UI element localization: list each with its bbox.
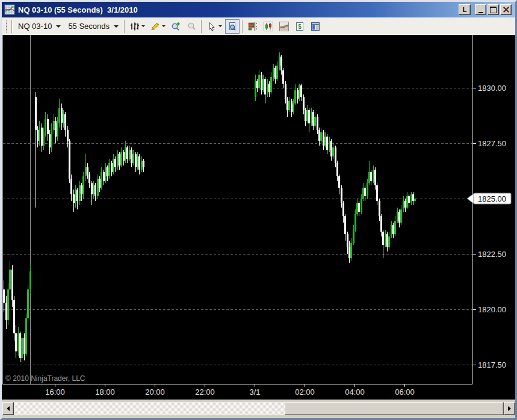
bar-body (19, 333, 21, 357)
svg-text:$: $ (298, 23, 302, 29)
bar-body (404, 201, 406, 208)
bar-body (137, 156, 138, 167)
bar-body (47, 119, 49, 135)
price-tick-label: 1820.00 (478, 305, 506, 314)
price-axis[interactable]: 1830.001827.501825.001822.501820.001817.… (472, 84, 506, 369)
zoom-in-button[interactable] (169, 19, 183, 34)
bar-body (126, 147, 128, 158)
bar-body (335, 147, 336, 163)
cursor-mode-button[interactable] (205, 19, 224, 34)
bar-body (129, 150, 131, 159)
bar-body (406, 196, 408, 207)
chart-plot[interactable]: 1830.001827.501825.001822.501820.001817.… (2, 35, 515, 400)
chevron-down-icon (114, 25, 119, 28)
market-analyzer-button[interactable] (246, 19, 260, 34)
time-tick-label: 3/1 (249, 388, 260, 397)
bar-body (288, 101, 290, 110)
bar-body (353, 230, 354, 243)
interval-dropdown[interactable]: 55 Seconds (64, 19, 122, 34)
bar-body (342, 203, 344, 216)
bar-body (107, 167, 108, 176)
bar-body (15, 333, 17, 351)
toolbar-separator (242, 20, 243, 33)
candlestick-chart-button[interactable] (261, 19, 276, 34)
scroll-right-button[interactable] (504, 402, 515, 415)
time-axis[interactable]: 16:0018:0020:0022:003/102:0004:0006:00 (45, 384, 415, 397)
bar-body (111, 163, 113, 172)
scroll-left-button[interactable] (2, 402, 14, 415)
bar-body (273, 68, 274, 77)
chevron-down-icon (162, 25, 166, 27)
bar-body (388, 236, 390, 247)
chart-style-icon (130, 22, 140, 31)
bar-body (39, 128, 40, 141)
bar-body (350, 243, 352, 259)
toolbar-grip-handle[interactable] (5, 20, 8, 32)
chart-toolbar: NQ 03-10 55 Seconds (2, 17, 515, 35)
bar-body (94, 185, 96, 196)
bar-body (354, 214, 356, 230)
bar-body (358, 203, 360, 212)
plot-frame (2, 35, 473, 384)
bar-body (348, 247, 350, 258)
arrow-left-icon (7, 406, 10, 411)
arrow-right-icon (508, 406, 511, 411)
bar-body (299, 85, 300, 99)
chart-style-button[interactable] (128, 19, 147, 34)
data-box-button[interactable] (225, 19, 240, 34)
bar-body (285, 84, 286, 99)
bar-body (297, 90, 299, 99)
time-tick-label: 16:00 (45, 388, 65, 397)
price-bars (3, 52, 416, 362)
chevron-down-icon (141, 25, 145, 27)
bar-body (35, 97, 37, 130)
bar-body (364, 188, 366, 197)
bar-body (392, 225, 394, 234)
minimize-button[interactable] (475, 4, 486, 15)
bar-body (141, 161, 143, 170)
minimize-icon (478, 12, 483, 13)
bar-body (132, 154, 134, 163)
chart-app-icon (4, 4, 15, 15)
bar-body (5, 303, 7, 320)
bar-body (101, 172, 102, 188)
bar-body (17, 333, 19, 351)
bar-body (120, 152, 122, 165)
last-price-marker: 1825.00 (467, 193, 511, 204)
bar-body (276, 66, 278, 79)
scrollbar-thumb[interactable] (285, 402, 504, 415)
close-button[interactable] (500, 4, 512, 15)
gridlines (3, 88, 472, 365)
bar-body (27, 289, 29, 318)
bar-body (379, 201, 380, 217)
chart-overview-button[interactable] (277, 19, 291, 34)
zoom-out-button[interactable] (184, 19, 199, 34)
bar-body (373, 170, 374, 181)
drawing-tools-button[interactable] (148, 19, 167, 34)
title-bar[interactable]: NQ 03-10 (55 Seconds) 3/1/2010 L (2, 2, 515, 17)
bar-body (311, 112, 312, 123)
bar-body (91, 183, 93, 194)
bar-body (368, 172, 370, 183)
bar-body (356, 203, 358, 214)
bar-body (294, 90, 296, 103)
dollar-performance-button[interactable]: $ (293, 19, 307, 34)
bar-body (286, 99, 288, 110)
last-price-label: 1825.00 (478, 194, 506, 203)
bar-body (261, 75, 262, 90)
horizontal-scrollbar (2, 400, 515, 418)
bar-body (326, 137, 328, 150)
instrument-dropdown[interactable]: NQ 03-10 (14, 19, 64, 34)
chart-trader-button[interactable] (308, 19, 323, 34)
bar-body (88, 174, 90, 184)
price-tick-label: 1830.00 (478, 84, 506, 93)
bar-body (414, 199, 416, 201)
time-tick-label: 06:00 (395, 388, 415, 397)
bar-body (300, 85, 302, 96)
maximize-button[interactable] (488, 4, 499, 15)
chevron-down-icon (218, 25, 222, 27)
bar-body (67, 130, 69, 141)
line-chart-icon (279, 22, 289, 31)
bar-body (29, 271, 31, 289)
link-button[interactable]: L (459, 4, 471, 15)
